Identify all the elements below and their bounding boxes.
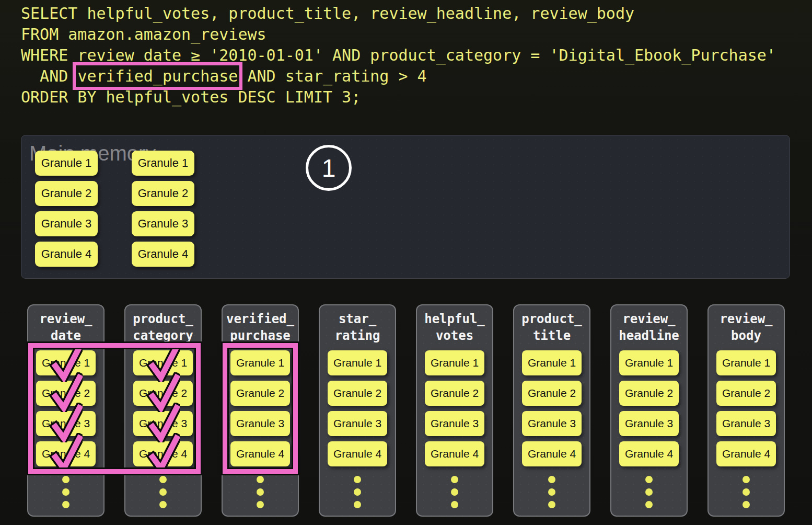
column-header-product_title: product_title — [514, 311, 589, 344]
granule-label: Granule 4 — [528, 448, 576, 460]
ellipsis-dot — [645, 488, 653, 496]
ellipsis-dot — [257, 488, 264, 496]
granule-label: Granule 2 — [431, 387, 479, 400]
granule-box: Granule 2 — [522, 381, 582, 406]
ellipsis-dot — [451, 488, 458, 496]
granule-box: Granule 3 — [132, 211, 194, 236]
column-granules-product_category: Granule 1Granule 2Granule 3Granule 4 — [133, 350, 193, 466]
sql-text-segment: SELECT helpful_votes, product_title, rev… — [21, 4, 634, 22]
granule-box: Granule 4 — [132, 242, 194, 267]
column-header-review_body: review_body — [709, 311, 784, 344]
ellipsis-dot — [354, 501, 361, 508]
granule-box: Granule 1 — [619, 350, 679, 375]
granule-box: Granule 3 — [522, 411, 582, 436]
column-header-star_rating: star_rating — [320, 311, 395, 344]
granule-label: Granule 4 — [236, 448, 284, 460]
ellipsis-dot — [548, 476, 555, 483]
ellipsis-dot — [451, 476, 458, 483]
granule-box: Granule 3 — [230, 411, 290, 436]
sql-highlighted-term: verified_purchase — [77, 67, 238, 85]
column-granules-review_date: Granule 1Granule 2Granule 3Granule 4 — [36, 350, 96, 466]
ellipsis-dot — [257, 501, 264, 508]
column-granules-product_title: Granule 1Granule 2Granule 3Granule 4 — [522, 350, 582, 466]
column-header-line: body — [709, 327, 784, 344]
granule-box: Granule 1 — [230, 350, 290, 375]
memory-granule-columns: Granule 1Granule 2Granule 3Granule 4Gran… — [35, 151, 194, 267]
granule-box: Granule 1 — [132, 151, 194, 176]
granule-box: Granule 1 — [35, 151, 98, 176]
granule-box: Granule 3 — [35, 211, 98, 236]
granule-box: Granule 4 — [328, 441, 387, 466]
granule-label: Granule 2 — [236, 387, 284, 400]
granule-box: Granule 4 — [619, 441, 679, 466]
ellipsis-dot — [159, 476, 167, 483]
granule-box: Granule 2 — [35, 181, 98, 206]
ellipsis-dots — [451, 476, 458, 508]
granule-box: Granule 2 — [425, 381, 484, 406]
checkmark-icon — [49, 433, 83, 473]
column-granules-star_rating: Granule 1Granule 2Granule 3Granule 4 — [328, 350, 387, 466]
ellipsis-dots — [548, 476, 555, 508]
column-header-product_category: product_category — [125, 311, 201, 344]
sql-query: SELECT helpful_votes, product_title, rev… — [21, 3, 776, 108]
granule-box: Granule 2 — [619, 381, 679, 406]
column-header-line: votes — [417, 327, 492, 344]
granule-box: Granule 2 — [328, 381, 387, 406]
ellipsis-dot — [159, 501, 167, 508]
ellipsis-dot — [62, 476, 69, 483]
granule-label: Granule 4 — [722, 448, 770, 460]
column-header-line: title — [514, 327, 589, 344]
granule-box: Granule 3 — [133, 411, 193, 436]
ellipsis-dot — [548, 501, 555, 508]
granule-label: Granule 1 — [625, 357, 673, 369]
step-1-badge: 1 — [306, 145, 352, 191]
ellipsis-dots — [743, 476, 750, 508]
ellipsis-dots — [159, 476, 167, 508]
granule-label: Granule 1 — [528, 357, 576, 369]
main-memory-panel: Main memory Granule 1Granule 2Granule 3G… — [21, 135, 790, 279]
granule-box: Granule 4 — [35, 242, 98, 267]
granule-label: Granule 2 — [722, 387, 770, 400]
granule-box: Granule 2 — [716, 381, 776, 406]
granule-label: Granule 4 — [625, 448, 673, 460]
granule-label: Granule 3 — [333, 417, 381, 430]
ellipsis-dots — [257, 476, 264, 508]
column-review_date: review_dateGranule 1Granule 2Granule 3Gr… — [27, 304, 105, 517]
ellipsis-dot — [354, 476, 361, 483]
sql-text-segment: WHERE review_date ≥ '2010-01-01' AND pro… — [21, 46, 776, 64]
sql-text-segment: AND star_rating > 4 — [238, 67, 426, 85]
granule-box: Granule 3 — [425, 411, 484, 436]
column-header-review_headline: review_headline — [611, 311, 687, 344]
granule-label: Granule 4 — [431, 448, 479, 460]
sql-line: WHERE review_date ≥ '2010-01-01' AND pro… — [21, 45, 776, 66]
ellipsis-dot — [645, 476, 653, 483]
column-granules-review_headline: Granule 1Granule 2Granule 3Granule 4 — [619, 350, 679, 466]
granule-box: Granule 2 — [132, 181, 194, 206]
granule-box: Granule 3 — [619, 411, 679, 436]
column-header-line: product_ — [125, 311, 201, 327]
sql-text-segment: ORDER BY helpful_votes DESC LIMIT 3; — [21, 88, 361, 106]
ellipsis-dots — [62, 476, 69, 508]
granule-label: Granule 3 — [236, 417, 284, 430]
checkmark-icon — [146, 433, 180, 473]
column-verified_purchase: verified_purchaseGranule 1Granule 2Granu… — [222, 304, 299, 517]
columns-row: review_dateGranule 1Granule 2Granule 3Gr… — [27, 304, 785, 517]
granule-box: Granule 1 — [522, 350, 582, 375]
granule-box: Granule 2 — [133, 381, 193, 406]
ellipsis-dot — [62, 501, 69, 508]
granule-label: Granule 3 — [722, 417, 770, 430]
granule-selection-diagram: SELECT helpful_votes, product_title, rev… — [0, 0, 812, 525]
granule-label: Granule 4 — [333, 448, 381, 460]
granule-label: Granule 1 — [431, 357, 479, 369]
ellipsis-dots — [354, 476, 361, 508]
granule-box: Granule 3 — [328, 411, 387, 436]
granule-box: Granule 1 — [36, 350, 96, 375]
sql-text-segment: AND — [21, 67, 77, 85]
memory-granule-column: Granule 1Granule 2Granule 3Granule 4 — [132, 151, 194, 267]
column-helpful_votes: helpful_votesGranule 1Granule 2Granule 3… — [416, 304, 493, 517]
granule-label: Granule 2 — [625, 387, 673, 400]
column-star_rating: star_ratingGranule 1Granule 2Granule 3Gr… — [319, 304, 396, 517]
granule-box: Granule 4 — [36, 441, 96, 466]
granule-label: Granule 3 — [431, 417, 479, 430]
granule-label: Granule 3 — [625, 417, 673, 430]
